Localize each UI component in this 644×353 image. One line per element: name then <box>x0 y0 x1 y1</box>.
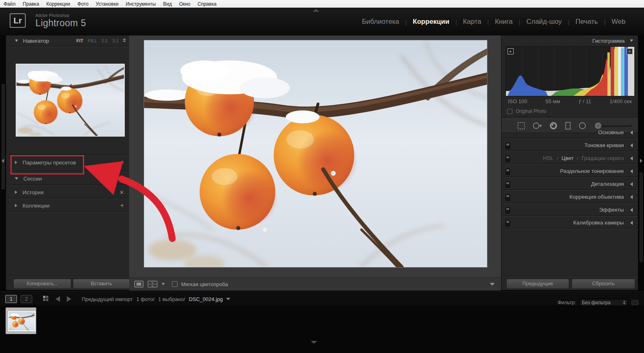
module-web[interactable]: Web <box>611 18 625 26</box>
module-map[interactable]: Карта <box>463 18 481 26</box>
slash-separator: / <box>577 153 578 164</box>
bottom-panel-collapse-icon[interactable] <box>311 341 317 344</box>
panel-section-detail[interactable]: Детализация <box>502 179 638 190</box>
panel-section-camera-calibration[interactable]: Калибровка камеры <box>502 217 638 228</box>
lightroom-logo: Lr Adobe Photoshop Lightroom 5 <box>10 13 86 29</box>
panel-section-split-toning[interactable]: Раздельное тонирование <box>502 166 638 177</box>
divider <box>502 189 638 191</box>
soft-proof-checkbox[interactable] <box>172 281 178 287</box>
grid-view-icon[interactable] <box>43 295 49 303</box>
menu-file[interactable]: Файл <box>0 1 19 7</box>
loupe-view-icon[interactable] <box>134 280 144 288</box>
section-label: Основные <box>598 127 624 138</box>
toolbar-options-dropdown-icon[interactable] <box>490 283 495 286</box>
second-window-button[interactable]: 2 <box>21 295 32 303</box>
divider <box>6 46 129 47</box>
paste-button[interactable]: Вставить <box>73 279 130 289</box>
filmstrip <box>0 305 644 353</box>
module-separator: | <box>455 19 457 25</box>
chevron-left-icon <box>630 221 633 225</box>
chevron-left-icon <box>630 195 633 199</box>
menu-help[interactable]: Справка <box>194 1 220 7</box>
color-tab[interactable]: Цвет <box>561 153 574 164</box>
menu-edit[interactable]: Правка <box>19 1 43 7</box>
module-slideshow[interactable]: Слайд-шоу <box>526 18 562 26</box>
hsl-tab[interactable]: HSL <box>543 153 553 164</box>
navigator-header[interactable]: Навигатор FIT FILL 1:1 3:1 <box>6 35 129 46</box>
left-panel-collapse-strip[interactable] <box>0 35 6 290</box>
panel-toggle-switch[interactable] <box>506 207 510 214</box>
add-preset-button[interactable]: + <box>120 159 124 166</box>
left-scrollbar[interactable] <box>2 84 5 189</box>
zoom-mode-stepper-icon[interactable] <box>123 38 126 42</box>
panel-toggle-switch[interactable] <box>506 168 510 175</box>
filename: DSC_0024.jpg <box>189 296 223 302</box>
panel-toggle-switch[interactable] <box>506 156 510 162</box>
add-collection-button[interactable]: + <box>120 202 124 209</box>
histogram-header[interactable]: Гистограмма <box>502 35 638 46</box>
zoom-mode-fit[interactable]: FIT <box>76 38 83 43</box>
reset-button[interactable]: Сбросить <box>572 279 635 289</box>
previous-button[interactable]: Предыдущие <box>506 279 569 289</box>
panel-section-effects[interactable]: Эффекты <box>502 204 638 216</box>
grayscale-tab[interactable]: Градации серого <box>582 153 624 164</box>
module-library[interactable]: Библиотека <box>362 18 399 26</box>
panel-section-lens-corrections[interactable]: Коррекция объектива <box>502 191 638 203</box>
panel-section-snapshots[interactable]: Сессии + <box>6 173 129 184</box>
panel-section-tone-curve[interactable]: Тоновая кривая <box>502 140 638 151</box>
main-window-button[interactable]: 1 <box>5 295 17 303</box>
panel-section-basic[interactable]: Основные <box>502 127 638 138</box>
zoom-mode-fill[interactable]: FILL <box>88 38 97 43</box>
right-scrollbar[interactable] <box>640 172 643 262</box>
highlight-clipping-indicator[interactable] <box>627 48 633 54</box>
iso-value: ISO 100 <box>508 98 527 104</box>
module-separator: | <box>568 19 570 25</box>
chevron-left-icon <box>630 182 633 186</box>
chevron-down-icon <box>15 39 18 42</box>
source-dropdown-icon[interactable] <box>226 298 230 300</box>
zoom-mode-1-1[interactable]: 1:1 <box>101 38 108 43</box>
panel-toggle-switch[interactable] <box>506 143 510 149</box>
filmstrip-filter-toggle-icon[interactable] <box>632 300 638 305</box>
original-photo-checkbox[interactable] <box>507 109 512 114</box>
module-book[interactable]: Книга <box>495 18 513 26</box>
divider <box>6 211 129 212</box>
module-print[interactable]: Печать <box>576 18 598 26</box>
view-mode-dropdown-icon[interactable] <box>161 283 165 286</box>
before-after-view-icon[interactable] <box>147 280 158 288</box>
clear-history-button[interactable]: ✕ <box>120 189 124 195</box>
panel-toggle-switch[interactable] <box>506 194 510 201</box>
navigator-preview[interactable] <box>16 64 125 137</box>
next-photo-icon[interactable] <box>67 296 71 302</box>
previous-photo-icon[interactable] <box>56 296 60 302</box>
menu-settings[interactable]: Установки <box>92 1 122 7</box>
logo-subtitle: Adobe Photoshop <box>35 13 86 18</box>
menu-tools[interactable]: Инструменты <box>122 1 159 7</box>
copy-button[interactable]: Копировать... <box>13 279 71 289</box>
histogram[interactable] <box>506 46 635 96</box>
chevron-right-icon <box>15 204 17 207</box>
zoom-mode-3-1[interactable]: 3:1 <box>112 38 119 43</box>
panel-section-history[interactable]: История ✕ <box>6 187 129 198</box>
main-photo[interactable] <box>144 40 487 267</box>
panel-toggle-switch[interactable] <box>506 181 510 188</box>
menu-photo[interactable]: Фото <box>74 1 92 7</box>
collapse-right-icon <box>640 159 642 163</box>
menu-window[interactable]: Окно <box>175 1 194 7</box>
filmstrip-thumbnail[interactable] <box>6 307 36 334</box>
add-snapshot-button[interactable]: + <box>120 175 124 182</box>
top-panel-collapse-icon[interactable] <box>313 9 319 12</box>
panel-section-collections[interactable]: Коллекции + <box>6 200 129 211</box>
shadow-clipping-indicator[interactable] <box>508 48 514 54</box>
section-label: Эффекты <box>599 204 624 216</box>
filmstrip-breadcrumb[interactable]: Предыдущий импорт 1 фото/ 1 выбрано/ DSC… <box>82 296 230 302</box>
divider <box>502 202 638 203</box>
right-panel-collapse-strip[interactable] <box>638 35 644 290</box>
menu-develop[interactable]: Коррекции <box>43 1 74 7</box>
module-develop[interactable]: Коррекции <box>413 18 450 26</box>
right-panel: Гистограмма <box>501 35 638 290</box>
panel-section-hsl[interactable]: HSL / Цвет / Градации серого <box>502 153 638 164</box>
panel-toggle-switch[interactable] <box>506 220 510 226</box>
chevron-left-icon <box>630 156 633 160</box>
menu-view[interactable]: Вид <box>159 1 175 7</box>
